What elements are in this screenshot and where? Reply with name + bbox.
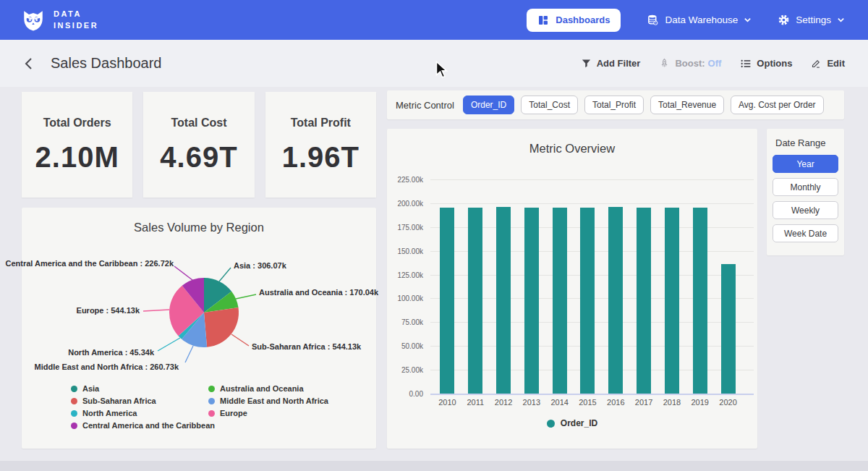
metric-button-avg-cost-per-order[interactable]: Avg. Cost per Order (731, 96, 824, 114)
date-range-button-monthly[interactable]: Monthly (773, 178, 838, 196)
gridline (430, 394, 754, 395)
dashboards-button[interactable]: Dashboards (527, 9, 621, 32)
legend-dot (71, 423, 77, 429)
add-filter-button[interactable]: Add Filter (581, 58, 641, 69)
legend-dot (71, 386, 77, 392)
pencil-icon (811, 58, 822, 69)
bar-2017[interactable] (637, 208, 651, 394)
legend-label: Middle East and North Africa (220, 396, 328, 405)
bar-2015[interactable] (580, 208, 595, 394)
bar-plot: 225.00k200.00k175.00k150.00k125.00k100.0… (387, 179, 757, 394)
sales-dashboard-page: DATA INSIDER Dashboards (0, 0, 868, 471)
bars (433, 179, 742, 394)
header-actions: Add Filter Boost: Off Options (581, 58, 845, 69)
bar-legend: Order_ID (387, 418, 757, 428)
kpi-label: Total Orders (43, 116, 111, 130)
bar-2018[interactable] (665, 208, 679, 394)
legend-item-asia[interactable]: Asia (71, 384, 208, 393)
bar-2011[interactable] (468, 208, 482, 394)
bar-2019[interactable] (693, 208, 707, 394)
date-range-card: Date Range YearMonthlyWeeklyWeek Date (767, 129, 844, 255)
kpi-card-total-orders: Total Orders2.10M (22, 92, 132, 198)
metric-button-order-id[interactable]: Order_ID (463, 96, 514, 114)
bar-2010[interactable] (440, 208, 454, 394)
pie-connector-line (158, 338, 180, 351)
edit-button[interactable]: Edit (811, 58, 845, 69)
owl-logo-icon (20, 7, 46, 33)
data-warehouse-label: Data Warehouse (665, 14, 738, 25)
metric-control-label: Metric Control (396, 100, 454, 111)
data-warehouse-menu[interactable]: Data Warehouse (647, 14, 752, 26)
footer-band (0, 461, 868, 471)
gear-icon (778, 14, 790, 26)
legend-dot (71, 398, 77, 404)
y-tick-label: 125.00k (387, 271, 423, 279)
metric-control-bar: Metric Control Order_IDTotal_CostTotal_P… (387, 90, 844, 119)
legend-item-australia-and-oceania[interactable]: Australia and Oceania (208, 384, 328, 393)
y-tick-label: 150.00k (387, 247, 423, 255)
metric-buttons: Order_IDTotal_CostTotal_ProfitTotal_Reve… (463, 96, 824, 114)
options-button[interactable]: Options (740, 58, 792, 69)
legend-item-sub-saharan-africa[interactable]: Sub-Saharan Africa (71, 396, 208, 405)
x-label-2015: 2015 (574, 398, 601, 407)
mouse-cursor (434, 61, 450, 78)
kpi-card-total-cost: Total Cost4.69T (143, 92, 254, 198)
legend-item-north-america[interactable]: North America (71, 409, 208, 417)
rocket-icon (659, 58, 670, 69)
chevron-down-icon (837, 16, 845, 24)
x-label-2010: 2010 (433, 398, 461, 407)
kpi-label: Total Profit (291, 116, 351, 130)
pie-slice-sub-saharan-africa[interactable] (204, 307, 239, 347)
pie-connector-line (185, 346, 193, 362)
legend-item-europe[interactable]: Europe (208, 409, 328, 417)
pie-connector-line (219, 268, 231, 281)
date-range-buttons: YearMonthlyWeeklyWeek Date (773, 155, 838, 242)
date-range-button-weekly[interactable]: Weekly (773, 201, 838, 219)
database-icon (647, 14, 659, 26)
y-tick-label: 25.00k (387, 366, 423, 374)
page-title: Sales Dashboard (51, 55, 161, 72)
bar-chart-title: Metric Overview (387, 142, 757, 156)
bar-legend-dot (547, 420, 555, 428)
x-label-2019: 2019 (686, 398, 714, 407)
bar-2016[interactable] (608, 207, 623, 394)
legend-dot (71, 410, 77, 417)
legend-label: Australia and Oceania (220, 384, 304, 393)
x-label-2011: 2011 (461, 398, 489, 407)
settings-label: Settings (796, 14, 831, 25)
bar-legend-label: Order_ID (561, 418, 597, 428)
brand-logo[interactable]: DATA INSIDER (20, 7, 98, 33)
settings-menu[interactable]: Settings (778, 14, 845, 26)
back-button[interactable] (23, 57, 35, 70)
pie-label-north-america: North America : 45.34k (68, 348, 154, 357)
bar-2020[interactable] (721, 264, 736, 394)
top-nav: DATA INSIDER Dashboards (0, 0, 868, 40)
pie-label-europe: Europe : 544.13k (77, 306, 140, 315)
pie-label-sub-saharan-africa: Sub-Saharan Africa : 544.13k (252, 342, 361, 351)
kpi-value: 1.96T (282, 141, 359, 174)
x-label-2020: 2020 (715, 398, 742, 407)
y-tick-label: 200.00k (387, 200, 423, 208)
legend-item-middle-east-and-north-africa[interactable]: Middle East and North Africa (208, 396, 328, 405)
boost-toggle[interactable]: Boost: Off (659, 58, 721, 69)
legend-label: North America (82, 409, 137, 417)
date-range-button-week-date[interactable]: Week Date (773, 224, 838, 242)
x-axis-labels: 2010201120122013201420152016201720182019… (433, 398, 742, 407)
metric-button-total-cost[interactable]: Total_Cost (521, 96, 578, 114)
pie-label-middle-east-and-north-africa: Middle East and North Africa : 260.73k (35, 362, 179, 371)
bar-2012[interactable] (496, 207, 511, 394)
y-tick-label: 50.00k (387, 342, 423, 350)
bar-2013[interactable] (524, 208, 539, 394)
nav-menu: Dashboards Data Warehouse (527, 9, 845, 32)
x-label-2016: 2016 (602, 398, 629, 407)
pie-label-asia: Asia : 306.07k (234, 261, 286, 270)
date-range-button-year[interactable]: Year (773, 155, 838, 173)
legend-item-central-america-and-the-caribbean[interactable]: Central America and the Caribbean (71, 421, 208, 430)
pie-connector-line (143, 310, 169, 311)
bar-2014[interactable] (553, 208, 567, 394)
legend-label: Sub-Saharan Africa (82, 396, 156, 405)
metric-button-total-profit[interactable]: Total_Profit (584, 96, 644, 114)
metric-button-total-revenue[interactable]: Total_Revenue (650, 96, 724, 114)
x-label-2014: 2014 (546, 398, 574, 407)
x-label-2013: 2013 (518, 398, 545, 407)
